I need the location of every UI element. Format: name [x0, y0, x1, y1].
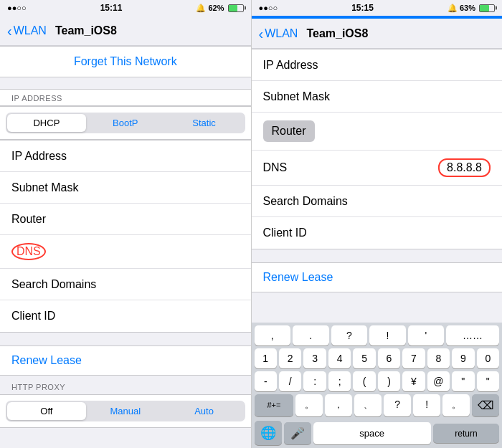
right-back-label: WLAN	[265, 27, 298, 40]
segment-static[interactable]: Static	[165, 114, 244, 132]
key-question2[interactable]: ?	[384, 394, 411, 416]
list-item: Client ID	[0, 300, 251, 332]
key-space[interactable]: space	[313, 422, 431, 444]
key-close-paren[interactable]: )	[378, 371, 400, 391]
left-nav-bar: ‹ WLAN Team_iOS8	[0, 16, 251, 46]
battery-icon	[228, 4, 244, 12]
key-quote2[interactable]: "	[477, 371, 499, 391]
right-renew-lease-button[interactable]: Renew Lease	[252, 262, 503, 292]
bottom-segment-row: Off Manual Auto	[6, 401, 245, 421]
key-yen[interactable]: ¥	[402, 371, 425, 391]
key-question[interactable]: ?	[331, 325, 368, 345]
keyboard-shift-row: #+= 。 ， 、 ? ! 。 ⌫	[252, 393, 503, 418]
key-dash[interactable]: -	[255, 371, 277, 391]
left-phone-screen: ●●○○ 15:11 🔔 62% ‹ WLAN Team_iOS8 Forget…	[0, 0, 251, 448]
segment-bootp[interactable]: BootP	[86, 114, 165, 132]
http-proxy-header: HTTP PROXY	[0, 376, 251, 394]
list-item: Subnet Mask	[0, 172, 251, 204]
right-battery: 🔔 63%	[447, 4, 495, 13]
right-search-item: Search Domains	[252, 186, 503, 217]
router-button[interactable]: Router	[263, 120, 315, 142]
segment-row: DHCP BootP Static	[6, 113, 245, 133]
left-nav-title: Team_iOS8	[55, 24, 117, 37]
right-phone-screen: ●●○○ 15:15 🔔 63% ‹ WLAN Team_iOS8 IP Add…	[252, 0, 503, 448]
keyboard-special-row: , . ? ! ' ……	[252, 323, 503, 347]
left-list-group: IP Address Subnet Mask Router DNS Search…	[0, 140, 251, 333]
dns-value-circled: 8.8.8.8	[438, 158, 491, 177]
list-item: Router	[0, 204, 251, 235]
key-hash-plus[interactable]: #+=	[255, 394, 294, 416]
dns-label-circled: DNS	[11, 243, 46, 260]
left-status-bar: ●●○○ 15:11 🔔 62%	[0, 0, 251, 16]
keyboard-number-row: 1 2 3 4 5 6 7 8 9 0	[252, 347, 503, 370]
chevron-left-icon: ‹	[7, 24, 12, 38]
key-emoji[interactable]: 🌐	[255, 421, 282, 445]
key-jp-comma[interactable]: ，	[325, 394, 352, 416]
dns-list-item: DNS	[0, 235, 251, 269]
key-comma[interactable]: ,	[255, 325, 291, 345]
keyboard[interactable]: , . ? ! ' …… 1 2 3 4 5 6 7 8 9 0 - / : ;…	[252, 323, 503, 448]
key-colon[interactable]: :	[303, 371, 326, 391]
right-router-item: Router	[252, 113, 503, 151]
right-subnet-item: Subnet Mask	[252, 81, 503, 113]
key-4[interactable]: 4	[328, 348, 351, 368]
key-quote1[interactable]: "	[452, 371, 474, 391]
key-3[interactable]: 3	[303, 348, 326, 368]
key-jp-period2[interactable]: 。	[442, 394, 470, 416]
list-item: IP Address	[0, 140, 251, 172]
right-ip-item: IP Address	[252, 49, 503, 81]
list-item: Search Domains	[0, 269, 251, 300]
right-signal: ●●○○	[259, 4, 278, 12]
right-battery-icon	[479, 4, 495, 12]
key-open-paren[interactable]: (	[353, 371, 375, 391]
backspace-icon: ⌫	[478, 399, 494, 411]
key-return[interactable]: return	[433, 424, 499, 443]
key-2[interactable]: 2	[279, 348, 301, 368]
left-time: 15:11	[100, 3, 123, 13]
left-signal: ●●○○	[7, 4, 27, 12]
bottom-seg-off[interactable]: Off	[7, 402, 86, 420]
key-8[interactable]: 8	[427, 348, 450, 368]
key-mic[interactable]: 🎤	[284, 422, 311, 444]
key-period[interactable]: .	[293, 325, 329, 345]
key-apostrophe[interactable]: '	[408, 325, 445, 345]
key-jp-period[interactable]: 。	[295, 394, 323, 416]
left-battery: 🔔 62%	[196, 4, 243, 13]
left-back-label: WLAN	[14, 24, 47, 37]
right-list-group: IP Address Subnet Mask Router DNS 8.8.8.…	[252, 49, 503, 249]
bottom-seg-auto[interactable]: Auto	[165, 402, 244, 420]
key-slash[interactable]: /	[279, 371, 301, 391]
key-5[interactable]: 5	[353, 348, 375, 368]
bottom-segment[interactable]: Off Manual Auto	[0, 394, 251, 428]
keyboard-bottom-row: 🌐 🎤 space return	[252, 418, 503, 448]
forget-network-button[interactable]: Forget This Network	[0, 46, 251, 77]
right-chevron-icon: ‹	[259, 27, 264, 41]
segment-dhcp[interactable]: DHCP	[7, 114, 86, 132]
segment-control[interactable]: DHCP BootP Static	[0, 106, 251, 140]
key-0[interactable]: 0	[477, 348, 499, 368]
renew-lease-button[interactable]: Renew Lease	[0, 345, 251, 376]
key-exclaim[interactable]: !	[369, 325, 406, 345]
bottom-seg-manual[interactable]: Manual	[86, 402, 165, 420]
right-back-button[interactable]: ‹ WLAN	[259, 27, 298, 41]
key-7[interactable]: 7	[402, 348, 425, 368]
right-dns-item[interactable]: DNS 8.8.8.8	[252, 151, 503, 186]
keyboard-symbol-row: - / : ; ( ) ¥ @ " "	[252, 370, 503, 393]
right-nav-title: Team_iOS8	[306, 27, 368, 40]
right-nav-bar: ‹ WLAN Team_iOS8	[252, 19, 503, 49]
right-status-bar: ●●○○ 15:15 🔔 63%	[252, 0, 503, 16]
right-time: 15:15	[351, 3, 374, 13]
key-semicolon[interactable]: ;	[328, 371, 351, 391]
key-9[interactable]: 9	[452, 348, 474, 368]
ip-section-header: IP ADDRESS	[0, 89, 251, 106]
key-6[interactable]: 6	[378, 348, 400, 368]
right-clientid-item: Client ID	[252, 217, 503, 249]
backspace-button[interactable]: ⌫	[472, 394, 499, 416]
key-jp-pause[interactable]: 、	[354, 394, 382, 416]
key-exclaim2[interactable]: !	[413, 394, 440, 416]
key-at[interactable]: @	[427, 371, 450, 391]
key-1[interactable]: 1	[255, 348, 277, 368]
left-back-button[interactable]: ‹ WLAN	[7, 24, 47, 38]
key-ellipsis[interactable]: ……	[446, 325, 499, 345]
